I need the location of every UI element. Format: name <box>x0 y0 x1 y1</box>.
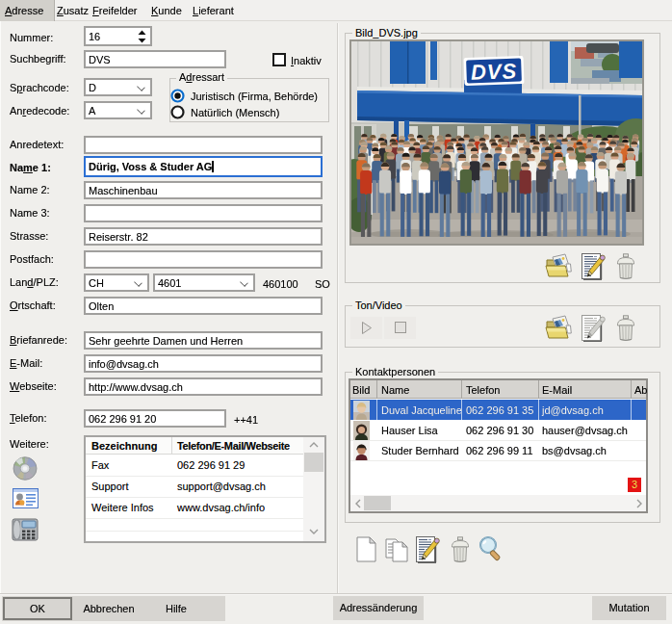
svg-text:DVS: DVS <box>471 59 518 85</box>
